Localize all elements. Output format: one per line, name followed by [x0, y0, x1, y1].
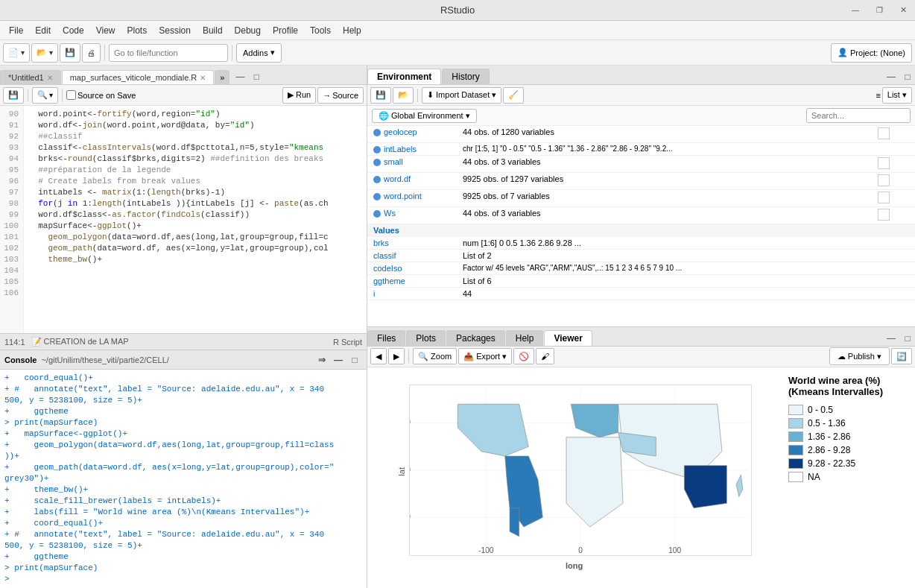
save-editor-btn[interactable]: 💾: [3, 87, 24, 104]
console-content[interactable]: + coord_equal()+ + # annotate("text", la…: [0, 370, 367, 588]
env-maximize[interactable]: □: [900, 69, 915, 84]
import-dataset-btn[interactable]: ⬇ Import Dataset ▾: [422, 87, 501, 104]
env-minimize[interactable]: —: [884, 69, 899, 84]
world-map-svg: 50 0 -50 -100 0 100: [409, 385, 752, 556]
legend-label-na: NA: [808, 472, 820, 482]
global-env-btn[interactable]: 🌐 Global Environment ▾: [372, 109, 477, 123]
clear-env-btn[interactable]: 🧹: [503, 87, 524, 104]
project-button[interactable]: 👤 Project: (None): [831, 43, 912, 63]
menu-profile[interactable]: Profile: [267, 24, 304, 37]
find-btn[interactable]: 🔍 ▾: [32, 87, 58, 104]
legend-label-5: 9.28 - 22.35: [808, 458, 855, 469]
menu-session[interactable]: Session: [153, 24, 197, 37]
maximize-editor[interactable]: □: [249, 69, 264, 84]
viewer-minimize[interactable]: —: [884, 331, 899, 346]
menu-bar: File Edit Code View Plots Session Build …: [0, 21, 915, 40]
console-maximize[interactable]: □: [347, 353, 362, 367]
map-plot: 50 0 -50 -100 0 100: [409, 385, 752, 558]
env-table: geolocep 44 obs. of 1280 variables intLa…: [367, 126, 915, 300]
legend-label-4: 2.86 - 9.28: [808, 445, 850, 455]
publish-button[interactable]: ☁ Publish ▾: [829, 347, 890, 365]
env-row-worddf: word.df 9925 obs. of 1297 variables: [367, 173, 915, 190]
addins-label: Addins: [243, 48, 268, 57]
env-search-input[interactable]: [806, 108, 911, 123]
code-editor[interactable]: 9091929394 9596979899 100101102103104 10…: [0, 106, 367, 333]
project-label: Project: (None): [850, 48, 905, 57]
editor-tab-map-surfaces[interactable]: map_surfaces_viticole_mondiale.R ✕: [62, 70, 215, 84]
forward-btn[interactable]: ▶: [388, 348, 405, 364]
menu-debug[interactable]: Debug: [229, 24, 267, 37]
refresh-btn[interactable]: 🔄: [891, 348, 912, 364]
code-text[interactable]: word.point<-fortify(word,region="id") wo…: [24, 106, 367, 333]
close-button[interactable]: ✕: [891, 0, 915, 20]
menu-code[interactable]: Code: [57, 24, 90, 37]
viewer-panel-controls: — □: [884, 331, 915, 346]
export-btn[interactable]: 📤 Export ▾: [458, 348, 512, 364]
env-row-classif: classif List of 2: [367, 250, 915, 262]
viewer-maximize[interactable]: □: [900, 331, 915, 346]
console-controls: ⇒ — □: [314, 353, 362, 367]
save-env-btn[interactable]: 💾: [370, 87, 391, 104]
open-file-button[interactable]: 📂 ▾: [31, 43, 58, 63]
main-layout: *Untitled1 ✕ map_surfaces_viticole_mondi…: [0, 66, 915, 588]
source-on-save-label[interactable]: Source on Save: [77, 91, 136, 100]
clear-viewer-btn[interactable]: 🚫: [513, 348, 534, 364]
load-env-btn[interactable]: 📂: [393, 87, 414, 104]
legend-item-4: 2.86 - 9.28: [788, 445, 908, 455]
list-view-btn[interactable]: List ▾: [882, 87, 912, 104]
save-button[interactable]: 💾: [60, 43, 80, 63]
menu-edit[interactable]: Edit: [29, 24, 57, 37]
map-bottom: long: [403, 558, 746, 570]
tab-plots[interactable]: Plots: [406, 330, 446, 346]
console-minimize[interactable]: —: [331, 353, 346, 367]
cursor-position: 114:1: [4, 338, 25, 347]
source-on-save-checkbox[interactable]: [66, 90, 76, 100]
editor-tab-untitled1[interactable]: *Untitled1 ✕: [0, 70, 61, 84]
env-tabs: Environment History — □: [367, 66, 915, 85]
line-numbers: 9091929394 9596979899 100101102103104 10…: [0, 106, 24, 333]
editor-toolbar: 💾 🔍 ▾ Source on Save ▶ Run → Source: [0, 85, 367, 106]
tab-files[interactable]: Files: [367, 330, 405, 346]
env-panel-controls: — □: [884, 69, 915, 84]
status-bar: 114:1 📝 CREATION de LA MAP R Script: [0, 333, 367, 350]
menu-build[interactable]: Build: [197, 24, 229, 37]
tab-packages[interactable]: Packages: [446, 330, 505, 346]
tab-viewer[interactable]: Viewer: [544, 330, 592, 346]
env-row-brks: brks num [1:6] 0 0.5 1.36 2.86 9.28 ...: [367, 237, 915, 250]
menu-help[interactable]: Help: [337, 24, 367, 37]
separator-1: [104, 45, 105, 61]
menu-plots[interactable]: Plots: [121, 24, 153, 37]
legend-label-3: 1.36 - 2.86: [808, 431, 850, 442]
brush-btn[interactable]: 🖌: [536, 348, 554, 364]
maximize-button[interactable]: ❐: [867, 0, 891, 20]
run-btn[interactable]: ▶ Run: [282, 87, 316, 104]
new-file-button[interactable]: 📄 ▾: [3, 43, 30, 63]
menu-tools[interactable]: Tools: [304, 24, 337, 37]
tab-environment[interactable]: Environment: [367, 69, 441, 84]
editor-tab-more[interactable]: »: [215, 70, 229, 84]
tab-help[interactable]: Help: [506, 330, 544, 346]
source-btn[interactable]: → Source: [317, 87, 364, 104]
minimize-button[interactable]: —: [843, 0, 867, 20]
svg-text:0: 0: [409, 466, 411, 474]
editor-area: *Untitled1 ✕ map_surfaces_viticole_mondi…: [0, 66, 367, 350]
back-btn[interactable]: ◀: [370, 348, 387, 364]
menu-view[interactable]: View: [90, 24, 121, 37]
title-bar: RStudio — ❐ ✕: [0, 0, 915, 21]
legend-title: World wine area (%)(Kmeans Intervalles): [788, 375, 908, 397]
print-button[interactable]: 🖨: [82, 43, 101, 63]
map-plot-container: lat 50 0 -50 -100 0 100: [367, 367, 781, 589]
editor-tabs: *Untitled1 ✕ map_surfaces_viticole_mondi…: [0, 66, 367, 85]
addins-button[interactable]: Addins ▾: [236, 43, 282, 63]
zoom-btn[interactable]: 🔍 Zoom: [413, 348, 457, 364]
legend-swatch-5: [788, 458, 803, 469]
console-forward-icon[interactable]: ⇒: [314, 353, 329, 367]
env-row-codeiso: codeIso Factor w/ 45 levels "ARG","ARM",…: [367, 262, 915, 275]
env-row-ws: Ws 44 obs. of 3 variables: [367, 207, 915, 224]
goto-file-input[interactable]: [109, 44, 228, 62]
menu-file[interactable]: File: [3, 24, 29, 37]
tab-history[interactable]: History: [442, 69, 489, 84]
env-toolbar: 💾 📂 ⬇ Import Dataset ▾ 🧹 ≡ List ▾: [367, 85, 915, 106]
legend-swatch-2: [788, 418, 803, 429]
minimize-editor[interactable]: —: [232, 69, 247, 84]
